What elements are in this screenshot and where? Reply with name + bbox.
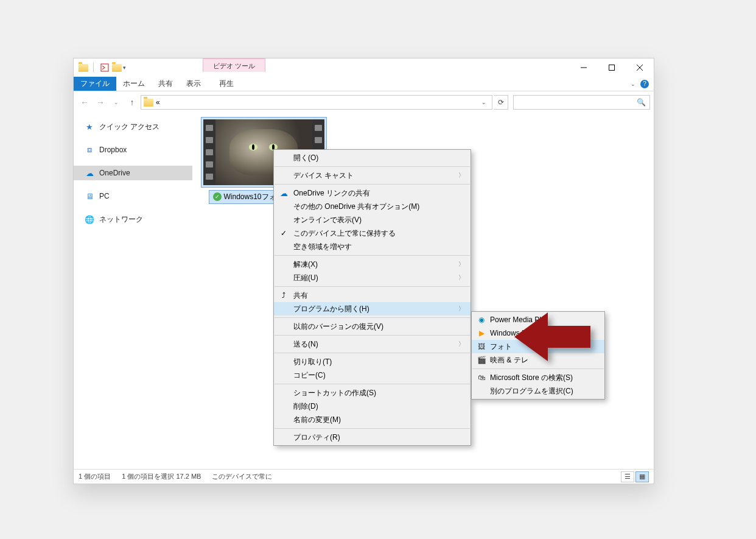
help-icon[interactable]: ? <box>640 80 649 88</box>
ctx-always-keep[interactable]: ✓このデバイス上で常に保持する <box>274 227 471 240</box>
nav-recent-dropdown[interactable]: ⌄ <box>109 95 124 110</box>
share-icon: ⤴ <box>279 291 289 300</box>
status-sync: このデバイスで常に <box>212 472 272 481</box>
qat-newfolder-icon[interactable] <box>112 64 122 72</box>
close-button[interactable] <box>626 58 654 77</box>
ctx-cast[interactable]: デバイス キャスト〉 <box>274 169 471 182</box>
sidebar-item-onedrive[interactable]: ☁ OneDrive <box>74 166 192 180</box>
ctx-view-online[interactable]: オンラインで表示(V) <box>274 213 471 227</box>
address-folder-icon <box>144 99 153 107</box>
sync-status-icon: ✓ <box>213 192 222 201</box>
tab-view[interactable]: 表示 <box>180 77 208 91</box>
ribbon-tabs: ファイル ホーム 共有 表示 再生 ⌄ ? <box>74 77 654 91</box>
sidebar-item-quickaccess[interactable]: ★ クイック アクセス <box>74 119 192 134</box>
titlebar: ▾ ビデオ ツール <box>74 58 654 77</box>
app-folder-icon <box>79 64 88 72</box>
power-media-icon: ◉ <box>477 315 486 325</box>
star-icon: ★ <box>85 122 94 132</box>
nav-forward-button[interactable]: → <box>93 95 108 110</box>
ctx-extract[interactable]: 解凍(X)〉 <box>274 258 471 271</box>
cloud-icon: ☁ <box>279 188 289 198</box>
navigation-pane: ★ クイック アクセス ⧈ Dropbox ☁ OneDrive 🖥 PC 🌐 … <box>74 113 192 469</box>
context-menu: 開く(O) デバイス キャスト〉 ☁OneDrive リンクの共有 その他の O… <box>273 149 471 446</box>
ctx-delete[interactable]: 削除(D) <box>274 400 471 413</box>
address-bar: ← → ⌄ ↑ « ⌄ ⟳ 🔍 <box>74 91 654 113</box>
view-details-button[interactable]: ☰ <box>621 471 634 482</box>
status-item-count: 1 個の項目 <box>79 472 111 481</box>
ctx-free-space[interactable]: 空き領域を増やす <box>274 240 471 253</box>
qat-dropdown-icon[interactable]: ▾ <box>123 65 126 71</box>
store-icon: 🛍 <box>477 373 486 382</box>
address-path-text: « <box>156 98 160 107</box>
address-input[interactable]: « ⌄ <box>141 95 492 110</box>
nav-back-button[interactable]: ← <box>77 95 92 110</box>
ctx-onedrive-share[interactable]: ☁OneDrive リンクの共有 <box>274 186 471 200</box>
sidebar-label: クイック アクセス <box>99 122 159 132</box>
movies-tv-icon: 🎬 <box>477 355 486 365</box>
search-input[interactable]: 🔍 <box>513 95 650 110</box>
ribbon-collapse-icon[interactable]: ⌄ <box>631 81 635 87</box>
pc-icon: 🖥 <box>85 191 94 201</box>
address-dropdown-icon[interactable]: ⌄ <box>478 99 489 105</box>
dropbox-icon: ⧈ <box>85 145 94 155</box>
tab-share[interactable]: 共有 <box>152 77 180 91</box>
view-icons-button[interactable]: ▦ <box>635 471 649 482</box>
chevron-right-icon: 〉 <box>458 273 464 282</box>
sidebar-item-network[interactable]: 🌐 ネットワーク <box>74 212 192 227</box>
context-tab-video-tools[interactable]: ビデオ ツール <box>203 58 265 72</box>
submenu-store-search[interactable]: 🛍Microsoft Store の検索(S) <box>472 371 604 384</box>
ctx-open[interactable]: 開く(O) <box>274 151 471 164</box>
network-icon: 🌐 <box>85 214 94 224</box>
ctx-compress[interactable]: 圧縮(U)〉 <box>274 271 471 284</box>
sidebar-item-dropbox[interactable]: ⧈ Dropbox <box>74 143 192 157</box>
check-icon: ✓ <box>279 228 289 238</box>
svg-marker-5 <box>514 312 590 361</box>
sidebar-label: PC <box>99 192 110 200</box>
ctx-create-shortcut[interactable]: ショートカットの作成(S) <box>274 386 471 400</box>
sidebar-label: Dropbox <box>99 146 127 154</box>
minimize-button[interactable] <box>570 58 598 77</box>
status-selection: 1 個の項目を選択 17.2 MB <box>122 472 201 481</box>
sidebar-label: OneDrive <box>99 169 130 177</box>
chevron-right-icon: 〉 <box>458 305 464 313</box>
submenu-choose-another[interactable]: 別のプログラムを選択(C) <box>472 384 604 398</box>
ctx-restore-versions[interactable]: 以前のバージョンの復元(V) <box>274 320 471 333</box>
tab-playback[interactable]: 再生 <box>212 77 240 91</box>
photos-icon: 🖼 <box>477 342 486 351</box>
ctx-send-to[interactable]: 送る(N)〉 <box>274 337 471 351</box>
maximize-button[interactable] <box>598 58 626 77</box>
ctx-open-with[interactable]: プログラムから開く(H)〉 <box>274 302 471 315</box>
nav-up-button[interactable]: ↑ <box>125 95 139 110</box>
annotation-arrow <box>514 309 593 364</box>
ctx-rename[interactable]: 名前の変更(M) <box>274 413 471 426</box>
ctx-cut[interactable]: 切り取り(T) <box>274 355 471 368</box>
ctx-share[interactable]: ⤴共有 <box>274 289 471 302</box>
qat-properties-icon[interactable] <box>99 62 111 74</box>
sidebar-item-pc[interactable]: 🖥 PC <box>74 189 192 203</box>
search-icon: 🔍 <box>637 98 646 107</box>
ctx-copy[interactable]: コピー(C) <box>274 368 471 382</box>
tab-home[interactable]: ホーム <box>116 77 152 91</box>
sidebar-label: ネットワーク <box>99 214 143 225</box>
tab-file[interactable]: ファイル <box>74 77 116 91</box>
chevron-right-icon: 〉 <box>458 171 464 180</box>
ctx-properties[interactable]: プロパティ(R) <box>274 431 471 444</box>
chevron-right-icon: 〉 <box>458 340 464 348</box>
cloud-icon: ☁ <box>85 168 94 178</box>
status-bar: 1 個の項目 1 個の項目を選択 17.2 MB このデバイスで常に ☰ ▦ <box>74 469 654 484</box>
ctx-onedrive-more[interactable]: その他の OneDrive 共有オプション(M) <box>274 200 471 213</box>
refresh-button[interactable]: ⟳ <box>494 95 508 110</box>
wmp-icon: ▶ <box>477 328 486 338</box>
chevron-right-icon: 〉 <box>458 260 464 269</box>
svg-rect-2 <box>609 65 615 71</box>
